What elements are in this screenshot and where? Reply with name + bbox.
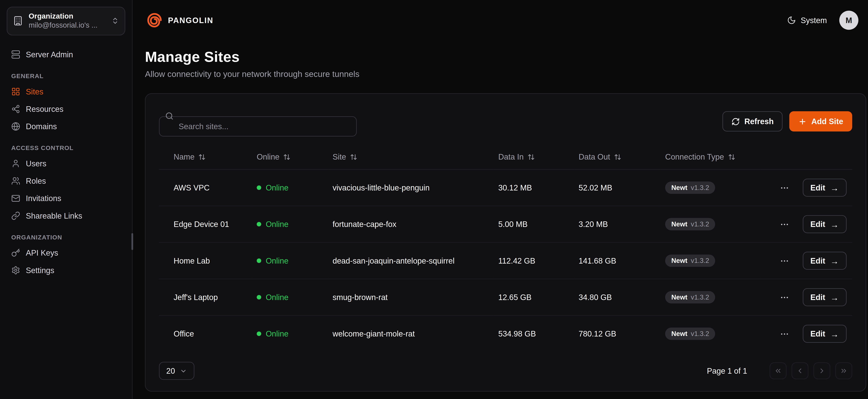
page-title: Manage Sites bbox=[145, 48, 866, 66]
sidebar-item-domains[interactable]: Domains bbox=[4, 118, 128, 134]
refresh-icon bbox=[732, 117, 740, 126]
sidebar-item-roles[interactable]: Roles bbox=[4, 172, 128, 189]
refresh-button[interactable]: Refresh bbox=[722, 111, 783, 131]
sidebar-item-shareable-links[interactable]: Shareable Links bbox=[4, 207, 128, 224]
brand-name: PANGOLIN bbox=[168, 16, 214, 25]
table-row: Edge Device 01 Online fortunate-cape-fox… bbox=[159, 206, 852, 242]
column-header-site[interactable]: Site bbox=[328, 145, 494, 170]
sidebar-item-settings[interactable]: Settings bbox=[4, 262, 128, 278]
connection-type-cell: Newtv1.3.2 bbox=[661, 170, 761, 206]
sidebar-item-users[interactable]: Users bbox=[4, 155, 128, 172]
first-page-button[interactable] bbox=[770, 362, 786, 379]
data-in-cell: 112.42 GB bbox=[494, 242, 574, 279]
data-in-cell: 5.00 MB bbox=[494, 206, 574, 242]
sidebar-item-label: Resources bbox=[26, 104, 64, 113]
topbar-right: System M bbox=[787, 10, 859, 30]
sort-icon bbox=[728, 153, 735, 160]
ellipsis-icon bbox=[779, 183, 789, 192]
sidebar-item-label: Domains bbox=[26, 122, 57, 131]
row-menu-button[interactable] bbox=[778, 182, 790, 193]
online-dot-icon bbox=[257, 185, 261, 190]
column-header-connection-type[interactable]: Connection Type bbox=[661, 145, 761, 170]
chevrons-right-icon bbox=[840, 367, 848, 375]
globe-icon bbox=[11, 122, 20, 131]
column-header-name[interactable]: Name bbox=[159, 145, 252, 170]
sidebar-item-invitations[interactable]: Invitations bbox=[4, 190, 128, 207]
column-header-data-in[interactable]: Data In bbox=[494, 145, 574, 170]
ellipsis-icon bbox=[779, 293, 789, 302]
search-input[interactable] bbox=[159, 116, 357, 136]
sort-icon bbox=[614, 153, 621, 160]
avatar[interactable]: M bbox=[839, 10, 859, 30]
connection-badge: Newtv1.3.2 bbox=[665, 181, 715, 194]
connection-type-cell: Newtv1.3.2 bbox=[661, 242, 761, 279]
column-header-data-out[interactable]: Data Out bbox=[574, 145, 660, 170]
ellipsis-icon bbox=[779, 256, 789, 266]
add-site-button[interactable]: Add Site bbox=[789, 111, 852, 131]
page-subtitle: Allow connectivity to your network throu… bbox=[145, 69, 866, 79]
chevrons-up-down-icon bbox=[111, 17, 119, 25]
data-in-cell: 30.12 MB bbox=[494, 170, 574, 206]
edit-button[interactable]: Edit→ bbox=[803, 325, 847, 343]
sidebar-item-label: Shareable Links bbox=[26, 211, 82, 220]
share-nodes-icon bbox=[11, 104, 20, 113]
next-page-button[interactable] bbox=[813, 362, 830, 379]
section-label-access-control: ACCESS CONTROL bbox=[0, 135, 132, 154]
column-header-online[interactable]: Online bbox=[252, 145, 328, 170]
app-window: Organization milo@fossorial.io's ... Ser… bbox=[0, 0, 868, 399]
previous-page-button[interactable] bbox=[792, 362, 808, 379]
brand-link[interactable]: PANGOLIN bbox=[146, 12, 213, 29]
table-row: Jeff's Laptop Online smug-brown-rat 12.6… bbox=[159, 279, 852, 315]
edit-button[interactable]: Edit→ bbox=[803, 179, 847, 197]
connection-type-cell: Newtv1.3.2 bbox=[661, 206, 761, 242]
row-actions-cell: Edit→ bbox=[761, 315, 852, 352]
sidebar-item-server-admin[interactable]: Server Admin bbox=[4, 46, 128, 63]
moon-icon bbox=[787, 16, 796, 25]
arrow-right-icon: → bbox=[830, 293, 839, 302]
gear-icon bbox=[11, 266, 20, 275]
sidebar-item-resources[interactable]: Resources bbox=[4, 100, 128, 117]
user-icon bbox=[11, 159, 20, 168]
chevrons-left-icon bbox=[774, 367, 782, 375]
row-actions-cell: Edit→ bbox=[761, 206, 852, 242]
page-size-value: 20 bbox=[166, 366, 175, 375]
edit-button[interactable]: Edit→ bbox=[803, 252, 847, 270]
row-menu-button[interactable] bbox=[778, 291, 790, 303]
row-menu-button[interactable] bbox=[778, 328, 790, 340]
connection-badge: Newtv1.3.2 bbox=[665, 328, 715, 340]
page-indicator: Page 1 of 1 bbox=[707, 366, 747, 375]
sidebar-item-sites[interactable]: Sites bbox=[4, 83, 128, 100]
row-menu-button[interactable] bbox=[778, 255, 790, 267]
sidebar-item-label: Roles bbox=[26, 176, 46, 185]
last-page-button[interactable] bbox=[835, 362, 852, 379]
site-id-cell: vivacious-little-blue-penguin bbox=[328, 170, 494, 206]
search-box bbox=[159, 106, 357, 136]
site-online-cell: Online bbox=[252, 315, 328, 352]
sort-icon bbox=[350, 153, 357, 160]
edit-button[interactable]: Edit→ bbox=[803, 288, 847, 306]
org-value: milo@fossorial.io's ... bbox=[29, 21, 105, 30]
sort-icon bbox=[528, 153, 535, 160]
sidebar-item-api-keys[interactable]: API Keys bbox=[4, 244, 128, 261]
site-online-cell: Online bbox=[252, 242, 328, 279]
sidebar-resize-handle[interactable] bbox=[131, 233, 133, 250]
page-body: Manage Sites Allow connectivity to your … bbox=[133, 40, 868, 392]
chevron-right-icon bbox=[818, 367, 826, 375]
chevron-down-icon bbox=[180, 367, 187, 374]
row-actions-cell: Edit→ bbox=[761, 279, 852, 315]
page-size-select[interactable]: 20 bbox=[159, 362, 194, 380]
site-online-cell: Online bbox=[252, 279, 328, 315]
row-menu-button[interactable] bbox=[778, 218, 790, 230]
ellipsis-icon bbox=[779, 219, 789, 229]
site-name-cell: Office bbox=[159, 315, 252, 352]
edit-button[interactable]: Edit→ bbox=[803, 215, 847, 233]
org-selector[interactable]: Organization milo@fossorial.io's ... bbox=[7, 7, 125, 35]
connection-badge: Newtv1.3.2 bbox=[665, 291, 715, 303]
sidebar-item-label: Users bbox=[26, 159, 46, 168]
layout-grid-icon bbox=[11, 87, 20, 96]
data-out-cell: 780.12 GB bbox=[574, 315, 660, 352]
theme-toggle[interactable]: System bbox=[787, 16, 827, 25]
sites-card: Refresh Add Site Name bbox=[145, 93, 866, 392]
pager-buttons bbox=[770, 362, 852, 379]
online-dot-icon bbox=[257, 222, 261, 226]
